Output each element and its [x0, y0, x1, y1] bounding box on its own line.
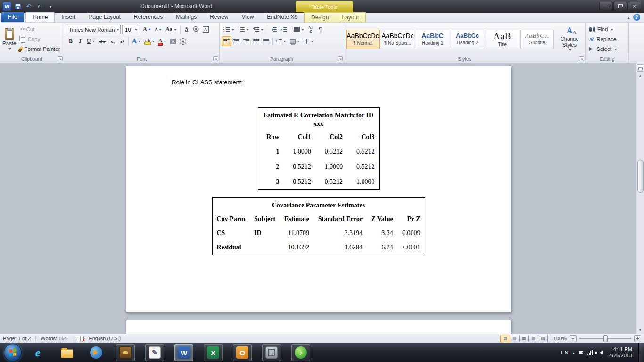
style-title[interactable]: AaB Title: [486, 30, 519, 49]
proofing-errors-icon[interactable]: [77, 336, 84, 341]
italic-button[interactable]: I: [75, 36, 85, 46]
minimize-ribbon-button[interactable]: [627, 14, 630, 21]
start-button[interactable]: [4, 344, 22, 362]
align-left-button[interactable]: [222, 36, 231, 46]
covariance-estimates-table[interactable]: Covariance Parameter Estimates Cov Parm …: [212, 197, 425, 255]
tab-page-layout[interactable]: Page Layout: [82, 12, 127, 22]
tab-endnote[interactable]: EndNote X6: [260, 12, 304, 22]
clock[interactable]: 4:11 PM 4/26/2013: [607, 346, 634, 359]
enclose-characters-icon[interactable]: Ⓐ: [191, 25, 201, 34]
phonetic-guide-icon[interactable]: ǎ: [182, 25, 191, 34]
help-icon[interactable]: ?: [633, 14, 640, 21]
superscript-button[interactable]: x²: [117, 36, 127, 46]
customize-qat-button[interactable]: [46, 2, 55, 11]
text-effects-button[interactable]: A: [130, 36, 143, 46]
print-layout-view-button[interactable]: ▤: [500, 335, 510, 342]
styles-dialog-launcher[interactable]: [579, 56, 584, 61]
align-right-button[interactable]: [241, 36, 251, 46]
underline-button[interactable]: U: [85, 36, 97, 46]
restore-button[interactable]: [613, 2, 627, 10]
tab-layout[interactable]: Layout: [335, 13, 365, 23]
file-tab[interactable]: File: [1, 12, 24, 22]
vertical-scrollbar[interactable]: ▲ ▼: [636, 63, 644, 334]
zoom-slider[interactable]: [579, 338, 631, 339]
word-count[interactable]: Words: 164: [41, 336, 67, 341]
tab-review[interactable]: Review: [203, 12, 235, 22]
zoom-slider-thumb[interactable]: [603, 335, 608, 342]
scrollbar-track[interactable]: [636, 80, 644, 327]
document-page-2[interactable]: [126, 320, 511, 334]
app-icon-1[interactable]: [116, 344, 135, 361]
language-indicator[interactable]: English (U.S.): [89, 336, 121, 341]
text-highlight-button[interactable]: ab: [143, 36, 157, 46]
network-icon[interactable]: [587, 350, 593, 355]
app-icon-2[interactable]: [145, 344, 164, 361]
bullets-button[interactable]: [222, 25, 236, 34]
correlation-matrix-table[interactable]: Estimated R Correlation Matrix for ID xx…: [258, 107, 380, 190]
paragraph-dialog-launcher[interactable]: [338, 56, 343, 61]
sort-button[interactable]: A↓Z: [306, 25, 315, 34]
word-app-icon[interactable]: W: [3, 2, 11, 11]
close-button[interactable]: ×: [627, 2, 641, 10]
word-taskbar-icon[interactable]: W: [174, 344, 193, 361]
grow-font-button[interactable]: A: [141, 25, 153, 34]
numbering-button[interactable]: [236, 25, 251, 34]
font-name-combobox[interactable]: Times New Roman: [66, 25, 121, 34]
app-icon-3[interactable]: [262, 344, 281, 361]
ruler-toggle-button[interactable]: [637, 64, 644, 72]
outlook-taskbar-icon[interactable]: O: [233, 344, 252, 361]
minimize-button[interactable]: —: [599, 2, 613, 10]
font-size-combobox[interactable]: 10: [122, 25, 139, 34]
style-heading-1[interactable]: AaBbC Heading 1: [416, 30, 449, 49]
copy-button[interactable]: Copy: [17, 34, 62, 44]
full-screen-reading-view-button[interactable]: ▥: [510, 335, 520, 342]
zoom-out-button[interactable]: −: [570, 335, 577, 342]
draft-view-button[interactable]: ▨: [538, 335, 548, 342]
zoom-in-button[interactable]: +: [634, 335, 641, 342]
strikethrough-button[interactable]: abe: [97, 36, 108, 46]
change-styles-button[interactable]: A Change Styles: [556, 26, 583, 52]
decrease-indent-button[interactable]: [269, 25, 279, 34]
internet-explorer-icon[interactable]: e: [28, 344, 47, 361]
clipboard-dialog-launcher[interactable]: [58, 56, 63, 61]
change-case-button[interactable]: Aa: [164, 25, 179, 34]
tab-view[interactable]: View: [235, 12, 261, 22]
document-paragraph[interactable]: Role in CLASS statement:: [172, 79, 511, 86]
save-button[interactable]: [14, 2, 22, 11]
justify-button[interactable]: [251, 36, 261, 46]
zoom-level[interactable]: 100%: [553, 336, 567, 341]
shading-button[interactable]: [288, 36, 302, 46]
style-heading-2[interactable]: AaBbCc Heading 2: [451, 30, 484, 49]
tab-insert[interactable]: Insert: [55, 12, 82, 22]
style-no-spacing[interactable]: AaBbCcDc ¶ No Spaci...: [381, 30, 414, 49]
multilevel-list-button[interactable]: [251, 25, 265, 34]
redo-button[interactable]: [35, 2, 44, 11]
undo-button[interactable]: [25, 2, 33, 11]
language-button[interactable]: EN: [561, 350, 568, 355]
tab-home[interactable]: Home: [25, 12, 55, 22]
replace-button[interactable]: abReplace: [587, 35, 627, 44]
shrink-font-button[interactable]: A: [153, 25, 164, 34]
itunes-taskbar-icon[interactable]: ♪: [291, 344, 310, 361]
show-hide-marks-button[interactable]: ¶: [315, 25, 325, 34]
scroll-up-button[interactable]: ▲: [637, 73, 644, 80]
font-color-button[interactable]: A: [157, 36, 169, 46]
web-layout-view-button[interactable]: ▦: [519, 335, 529, 342]
subscript-button[interactable]: x₂: [108, 36, 117, 46]
asian-layout-button[interactable]: [292, 25, 306, 34]
character-border-icon[interactable]: A: [201, 25, 211, 34]
align-center-button[interactable]: [231, 36, 241, 46]
outline-view-button[interactable]: ▧: [528, 335, 538, 342]
excel-taskbar-icon[interactable]: X: [204, 344, 223, 361]
page-indicator[interactable]: Page: 1 of 2: [3, 336, 31, 341]
distribute-button[interactable]: [261, 36, 271, 46]
action-center-icon[interactable]: [579, 351, 583, 354]
style-normal[interactable]: AaBbCcDc ¶ Normal: [346, 30, 380, 49]
format-painter-button[interactable]: Format Painter: [17, 44, 62, 54]
find-button[interactable]: Find: [587, 25, 627, 34]
character-shading-button[interactable]: A: [168, 36, 178, 46]
style-subtitle[interactable]: AaBbCc. Subtitle: [520, 30, 554, 49]
paste-button[interactable]: Paste: [2, 24, 17, 54]
cut-button[interactable]: Cut: [17, 25, 62, 34]
increase-indent-button[interactable]: [279, 25, 289, 34]
